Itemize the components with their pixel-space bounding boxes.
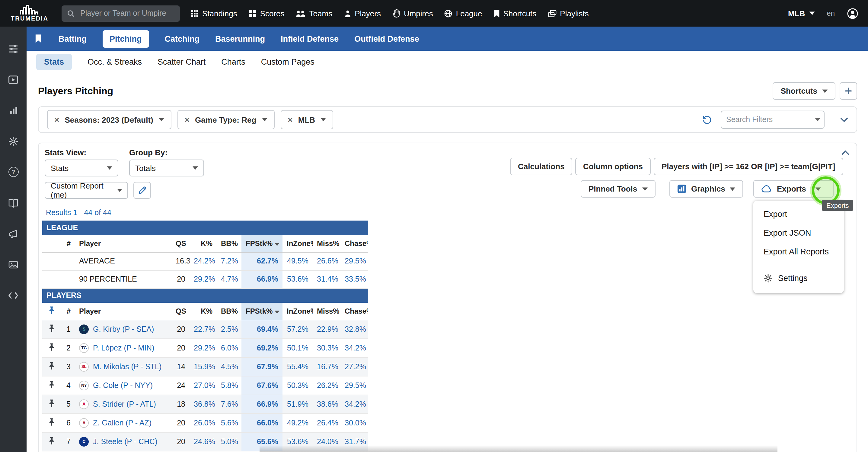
bb-value[interactable]: 4.5% bbox=[217, 357, 242, 376]
col-bb[interactable]: BB% bbox=[217, 303, 242, 320]
col-player[interactable]: Player bbox=[75, 303, 172, 320]
inzone-value[interactable]: 53.6% bbox=[282, 270, 313, 288]
col-qs[interactable]: QS bbox=[172, 303, 189, 320]
search-filters-caret[interactable] bbox=[811, 111, 824, 128]
miss-value[interactable]: 22.9% bbox=[313, 320, 340, 338]
player-link[interactable]: M. Mikolas (P - STL) bbox=[93, 362, 161, 371]
exports-caret-icon[interactable] bbox=[816, 187, 821, 191]
k-value[interactable]: 36.8% bbox=[189, 395, 217, 413]
miss-value[interactable]: 26.4% bbox=[313, 413, 340, 432]
custom-report-select[interactable]: Custom Report (me) bbox=[45, 182, 128, 199]
player-link[interactable]: Z. Gallen (P - AZ) bbox=[93, 419, 152, 427]
pin-button[interactable] bbox=[42, 338, 60, 357]
col-k[interactable]: K% bbox=[189, 235, 217, 252]
nav-league[interactable]: League bbox=[444, 9, 482, 18]
shortcuts-dropdown-button[interactable]: Shortcuts bbox=[773, 82, 835, 100]
chase-value[interactable]: 30.0% bbox=[340, 413, 368, 432]
calculations-button[interactable]: Calculations bbox=[510, 158, 572, 175]
nav-players[interactable]: Players bbox=[344, 9, 381, 18]
remove-filter-icon[interactable]: × bbox=[185, 115, 189, 124]
remove-filter-icon[interactable]: × bbox=[288, 115, 292, 124]
miss-value[interactable]: 30.3% bbox=[313, 338, 340, 357]
fpstk-value[interactable]: 66.9% bbox=[242, 395, 282, 413]
edit-report-button[interactable] bbox=[133, 182, 151, 199]
sidebar-code-button[interactable] bbox=[0, 280, 27, 311]
trumedia-logo[interactable]: TRUMEDIA bbox=[5, 5, 54, 22]
group-by-select[interactable]: Totals bbox=[129, 160, 204, 176]
locale-indicator[interactable]: en bbox=[827, 9, 835, 18]
col-k[interactable]: K% bbox=[189, 303, 217, 320]
chase-value[interactable]: 27.2% bbox=[340, 357, 368, 376]
exports-button[interactable]: Exports bbox=[753, 180, 834, 198]
bb-value[interactable]: 5.6% bbox=[217, 413, 242, 432]
col-rank[interactable]: # bbox=[60, 303, 75, 320]
fpstk-value[interactable]: 66.0% bbox=[242, 413, 282, 432]
collapse-filters-chevron-icon[interactable] bbox=[840, 117, 848, 122]
tab-stats[interactable]: Stats bbox=[36, 54, 72, 70]
chase-value[interactable]: 34.2% bbox=[340, 395, 368, 413]
nav-standings[interactable]: Standings bbox=[191, 9, 237, 18]
miss-value[interactable]: 16.7% bbox=[313, 357, 340, 376]
nav-umpires[interactable]: Umpires bbox=[392, 9, 433, 18]
chase-value[interactable]: 33.5% bbox=[340, 270, 368, 288]
global-search-input[interactable] bbox=[79, 8, 175, 18]
k-value[interactable]: 27.0% bbox=[189, 376, 217, 395]
col-qs[interactable]: QS bbox=[172, 235, 189, 252]
filter-chip-seasons[interactable]: × Seasons: 2023 (Default) bbox=[47, 110, 172, 129]
player-link[interactable]: G. Kirby (P - SEA) bbox=[93, 325, 154, 333]
bb-value[interactable]: 5.8% bbox=[217, 376, 242, 395]
fpstk-value[interactable]: 66.9% bbox=[242, 270, 282, 288]
chase-value[interactable]: 32.8% bbox=[340, 320, 368, 338]
search-filters-combobox[interactable] bbox=[721, 111, 825, 129]
filter-chip-game-type[interactable]: × Game Type: Reg bbox=[178, 110, 275, 129]
menu-item-settings[interactable]: Settings bbox=[753, 269, 844, 288]
inzone-value[interactable]: 53.6% bbox=[282, 432, 313, 451]
global-search[interactable] bbox=[62, 5, 180, 22]
col-player[interactable]: Player bbox=[75, 235, 172, 252]
tab-baserunning[interactable]: Baserunning bbox=[215, 34, 265, 43]
tab-occ-streaks[interactable]: Occ. & Streaks bbox=[88, 57, 142, 66]
tab-outfield-defense[interactable]: Outfield Defense bbox=[354, 34, 419, 43]
fpstk-value[interactable]: 65.6% bbox=[242, 432, 282, 451]
bb-value[interactable]: 7.6% bbox=[217, 395, 242, 413]
sidebar-media-button[interactable] bbox=[0, 249, 27, 280]
col-miss[interactable]: Miss% bbox=[313, 303, 340, 320]
sidebar-filters-button[interactable] bbox=[0, 33, 27, 64]
k-value[interactable]: 22.7% bbox=[189, 320, 217, 338]
search-filters-input[interactable] bbox=[721, 115, 811, 124]
chase-value[interactable]: 29.5% bbox=[340, 376, 368, 395]
pin-button[interactable] bbox=[42, 320, 60, 338]
inzone-value[interactable]: 49.2% bbox=[282, 413, 313, 432]
chase-value[interactable]: 34.2% bbox=[340, 338, 368, 357]
pin-button[interactable] bbox=[42, 413, 60, 432]
tab-batting[interactable]: Batting bbox=[59, 34, 87, 43]
results-summary[interactable]: Results 1 - 44 of 44 bbox=[46, 208, 112, 217]
col-inzone[interactable]: InZone% bbox=[282, 235, 313, 252]
fpstk-value[interactable]: 62.7% bbox=[242, 252, 282, 270]
filter-chip-league[interactable]: × MLB bbox=[280, 110, 333, 129]
col-rank[interactable]: # bbox=[60, 235, 75, 252]
nav-playlists[interactable]: Playlists bbox=[548, 9, 589, 18]
col-fpstk-sorted[interactable]: FPStk% bbox=[242, 235, 282, 252]
miss-value[interactable]: 38.6% bbox=[313, 395, 340, 413]
player-link[interactable]: S. Strider (P - ATL) bbox=[93, 400, 156, 408]
pin-button[interactable] bbox=[42, 357, 60, 376]
k-value[interactable]: 29.2% bbox=[189, 270, 217, 288]
add-shortcut-button[interactable] bbox=[840, 82, 857, 100]
player-filter-expression-button[interactable]: Players with [IP] >= 162 OR [IP] >= team… bbox=[654, 158, 843, 175]
sidebar-charts-button[interactable] bbox=[0, 95, 27, 126]
fpstk-value[interactable]: 69.4% bbox=[242, 320, 282, 338]
player-link[interactable]: G. Cole (P - NYY) bbox=[93, 381, 153, 390]
user-avatar-icon[interactable] bbox=[847, 7, 858, 19]
bb-value[interactable]: 6.0% bbox=[217, 338, 242, 357]
bb-value[interactable]: 7.2% bbox=[217, 252, 242, 270]
player-link[interactable]: J. Steele (P - CHC) bbox=[93, 437, 158, 446]
inzone-value[interactable]: 51.9% bbox=[282, 395, 313, 413]
stats-view-select[interactable]: Stats bbox=[45, 160, 118, 176]
tab-custom-pages[interactable]: Custom Pages bbox=[261, 57, 314, 66]
pin-column-header[interactable] bbox=[42, 303, 60, 320]
nav-scores[interactable]: Scores bbox=[249, 9, 285, 18]
sidebar-settings-button[interactable] bbox=[0, 126, 27, 157]
inzone-value[interactable]: 55.4% bbox=[282, 357, 313, 376]
bb-value[interactable]: 2.5% bbox=[217, 320, 242, 338]
